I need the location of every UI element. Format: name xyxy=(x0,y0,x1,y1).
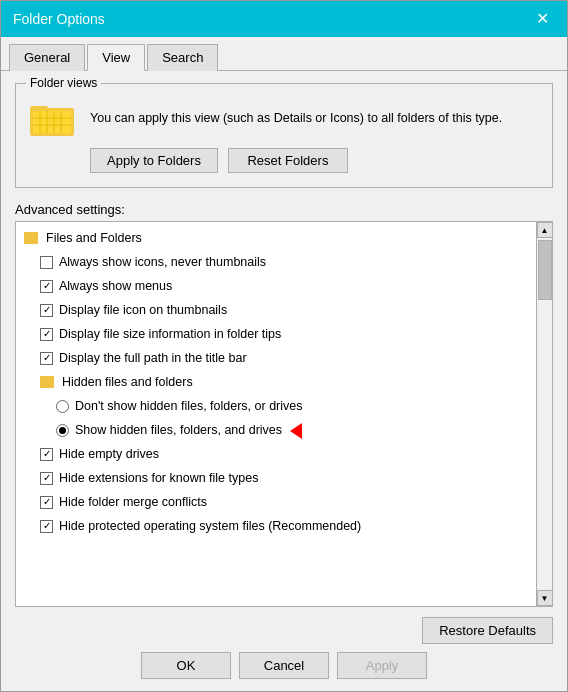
main-content: Folder views xyxy=(1,71,567,691)
list-item-hide-empty-drives[interactable]: Hide empty drives xyxy=(18,442,534,466)
checkbox-hide-empty-drives[interactable] xyxy=(40,448,53,461)
red-arrow-icon xyxy=(290,423,302,439)
ok-cancel-row: OK Cancel Apply xyxy=(15,652,553,679)
radio-dont-show-hidden[interactable] xyxy=(56,400,69,413)
folder-views-inner: You can apply this view (such as Details… xyxy=(28,98,540,138)
list-item-always-show-icons[interactable]: Always show icons, never thumbnails xyxy=(18,250,534,274)
tab-general[interactable]: General xyxy=(9,44,85,71)
tab-search[interactable]: Search xyxy=(147,44,218,71)
advanced-settings-label: Advanced settings: xyxy=(15,202,553,217)
list-item-display-file-icon[interactable]: Display file icon on thumbnails xyxy=(18,298,534,322)
folder-views-description: You can apply this view (such as Details… xyxy=(90,109,540,128)
restore-defaults-button[interactable]: Restore Defaults xyxy=(422,617,553,644)
radio-show-hidden[interactable] xyxy=(56,424,69,437)
checkbox-hide-folder-merge[interactable] xyxy=(40,496,53,509)
folder-mini-icon-hidden xyxy=(40,376,54,388)
scrollbar-up-button[interactable]: ▲ xyxy=(537,222,553,238)
restore-btn-row: Restore Defaults xyxy=(15,617,553,644)
list-item-display-full-path[interactable]: Display the full path in the title bar xyxy=(18,346,534,370)
apply-to-folders-button[interactable]: Apply to Folders xyxy=(90,148,218,173)
folder-views-label: Folder views xyxy=(26,76,101,90)
checkbox-display-full-path[interactable] xyxy=(40,352,53,365)
list-item-hide-extensions[interactable]: Hide extensions for known file types xyxy=(18,466,534,490)
list-item-hide-folder-merge[interactable]: Hide folder merge conflicts xyxy=(18,490,534,514)
checkbox-always-show-menus[interactable] xyxy=(40,280,53,293)
list-item-always-show-menus[interactable]: Always show menus xyxy=(18,274,534,298)
bottom-section: Restore Defaults OK Cancel Apply xyxy=(15,617,553,679)
tab-view[interactable]: View xyxy=(87,44,145,71)
checkbox-hide-extensions[interactable] xyxy=(40,472,53,485)
title-bar: Folder Options ✕ xyxy=(1,1,567,37)
ok-button[interactable]: OK xyxy=(141,652,231,679)
apply-button[interactable]: Apply xyxy=(337,652,427,679)
list-item-hide-protected[interactable]: Hide protected operating system files (R… xyxy=(18,514,534,538)
cancel-button[interactable]: Cancel xyxy=(239,652,329,679)
arrow-indicator xyxy=(290,420,302,440)
folder-icon xyxy=(28,98,76,138)
settings-list-container: Files and Folders Always show icons, nev… xyxy=(15,221,553,607)
scrollbar-thumb[interactable] xyxy=(538,240,552,300)
checkbox-always-show-icons[interactable] xyxy=(40,256,53,269)
settings-list[interactable]: Files and Folders Always show icons, nev… xyxy=(16,222,536,606)
section-files-and-folders: Files and Folders xyxy=(18,226,534,250)
folder-mini-icon xyxy=(24,232,38,244)
list-item-show-hidden[interactable]: Show hidden files, folders, and drives xyxy=(18,418,534,442)
folder-buttons: Apply to Folders Reset Folders xyxy=(90,148,540,173)
scrollbar[interactable]: ▲ ▼ xyxy=(536,222,552,606)
list-item-dont-show-hidden[interactable]: Don't show hidden files, folders, or dri… xyxy=(18,394,534,418)
folder-views-group: Folder views xyxy=(15,83,553,188)
folder-options-window: Folder Options ✕ General View Search Fol… xyxy=(0,0,568,692)
section-hidden-files: Hidden files and folders xyxy=(18,370,534,394)
reset-folders-button[interactable]: Reset Folders xyxy=(228,148,348,173)
list-item-display-file-size[interactable]: Display file size information in folder … xyxy=(18,322,534,346)
checkbox-display-file-icon[interactable] xyxy=(40,304,53,317)
window-title: Folder Options xyxy=(13,11,105,27)
scrollbar-down-button[interactable]: ▼ xyxy=(537,590,553,606)
close-button[interactable]: ✕ xyxy=(530,9,555,29)
tab-bar: General View Search xyxy=(1,37,567,71)
checkbox-hide-protected[interactable] xyxy=(40,520,53,533)
svg-rect-2 xyxy=(33,111,71,133)
checkbox-display-file-size[interactable] xyxy=(40,328,53,341)
